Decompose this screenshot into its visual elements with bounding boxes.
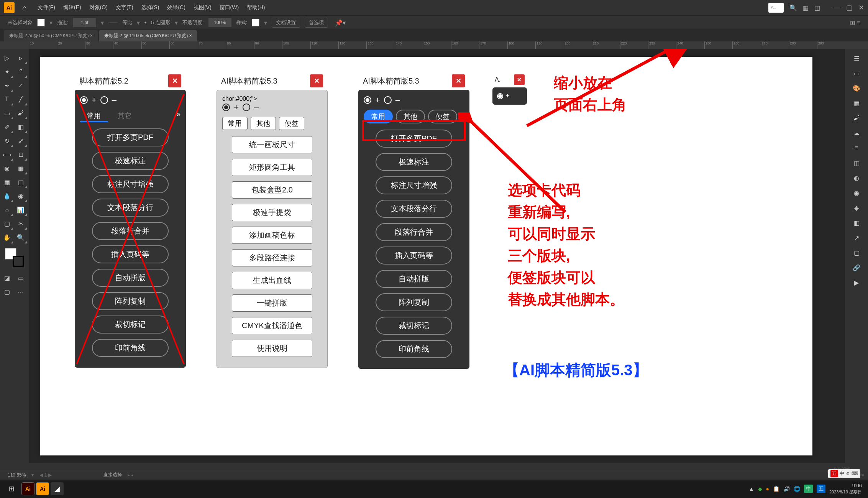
gradient-mode[interactable]: ▭ — [14, 271, 28, 285]
tab-close-icon[interactable]: × — [189, 33, 192, 38]
start-icon[interactable]: ⊞ — [3, 481, 20, 496]
brush-tool[interactable]: 🖌 — [14, 106, 28, 120]
app-task[interactable]: ◢ — [51, 482, 64, 495]
canvas[interactable]: 脚本精简版5.2 ✕ + – 常用 其它 » 打开多页PDF极速 — [29, 49, 845, 463]
script-button[interactable]: 文本段落分行 — [376, 200, 452, 218]
layers-icon[interactable]: ◧ — [848, 215, 865, 230]
top-search-mini[interactable]: A.. — [768, 3, 784, 13]
radio-on-icon[interactable] — [80, 96, 88, 104]
script-button[interactable]: 印前角线 — [376, 340, 452, 358]
doc-tab-2[interactable]: 未标题-2 @ 110.65 % (CMYK/CPU 预览) × — [99, 30, 197, 41]
script-button[interactable]: 标注尺寸增强 — [376, 176, 452, 194]
screen-mode[interactable]: ▢ — [0, 285, 14, 299]
volume-icon[interactable]: 🔊 — [783, 486, 790, 492]
menu-file[interactable]: 文件(F) — [34, 4, 58, 11]
eyedropper-tool[interactable]: 💧 — [0, 189, 14, 203]
tab-notes[interactable]: 便签 — [279, 117, 304, 130]
expand-icon[interactable]: » — [176, 110, 180, 122]
script-button[interactable]: 极速标注 — [376, 153, 452, 171]
script-button[interactable]: 段落行合并 — [376, 223, 452, 241]
lasso-tool[interactable]: ཀ — [14, 65, 28, 79]
script-button[interactable]: 标注尺寸增强 — [92, 175, 169, 193]
script-button[interactable]: 裁切标记 — [92, 316, 169, 334]
script-button[interactable]: 阵列复制 — [376, 293, 452, 311]
menu-help[interactable]: 帮助(H) — [244, 4, 268, 11]
swatches-icon[interactable]: ▦ — [848, 96, 865, 110]
artboard-tool[interactable]: ▢ — [0, 217, 14, 230]
script-button[interactable]: 矩形圆角工具 — [232, 159, 312, 176]
script-button[interactable]: 插入页码等 — [376, 247, 452, 265]
ime-tray[interactable]: 中 — [804, 485, 813, 493]
scale-tool[interactable]: ⤢ — [14, 134, 28, 148]
uniform-label[interactable]: 等比 — [122, 19, 132, 26]
script-button[interactable]: 生成出血线 — [232, 272, 312, 289]
fill-swatch[interactable] — [37, 19, 45, 26]
rectangle-tool[interactable]: ▭ — [0, 106, 14, 120]
home-icon[interactable]: ⌂ — [22, 3, 27, 12]
doc-setup-button[interactable]: 文档设置 — [272, 18, 300, 28]
script-button[interactable]: 裁切标记 — [376, 317, 452, 335]
properties-icon[interactable]: ☰ — [848, 51, 865, 66]
tab-close-icon[interactable]: × — [90, 33, 93, 38]
shape-builder-tool[interactable]: ◉ — [0, 161, 14, 175]
style-swatch[interactable] — [252, 19, 259, 26]
pin-icon[interactable]: 📌▾ — [335, 19, 346, 26]
slice-tool[interactable]: ✂ — [14, 217, 28, 230]
radio-off-icon[interactable] — [243, 104, 250, 111]
close-button[interactable]: ✕ — [168, 74, 181, 87]
eraser-tool[interactable]: ◧ — [14, 120, 28, 134]
ime-tray-2[interactable]: 五 — [817, 485, 825, 493]
menu-object[interactable]: 对象(O) — [86, 4, 111, 11]
doc-tab-1[interactable]: 未标题-2.ai @ 50 % (CMYK/CPU 预览) × — [4, 30, 98, 41]
script-button[interactable]: 自动拼版 — [92, 269, 169, 287]
script-button[interactable]: 极速手提袋 — [232, 204, 312, 221]
close-button[interactable]: ✕ — [310, 74, 323, 87]
color-mode[interactable]: ◪ — [0, 271, 14, 285]
appearance-icon[interactable]: ◉ — [848, 186, 865, 200]
shaper-tool[interactable]: ✐ — [0, 120, 14, 134]
script-button[interactable]: 多段路径连接 — [232, 249, 312, 266]
radio-on-icon[interactable] — [364, 96, 371, 104]
zoom-tool[interactable]: 🔍 — [14, 230, 28, 244]
tab-common[interactable]: 常用 — [222, 117, 248, 130]
script-button[interactable]: 阵列复制 — [92, 292, 169, 310]
opacity-input[interactable] — [208, 18, 231, 27]
tab-other[interactable]: 其他 — [251, 117, 276, 130]
script-button[interactable]: 统一画板尺寸 — [232, 136, 312, 153]
perspective-tool[interactable]: ▦ — [14, 161, 28, 175]
symbols-icon[interactable]: ☁ — [848, 126, 865, 140]
prefs-button[interactable]: 首选项 — [305, 18, 328, 28]
tab-common[interactable]: 常用 — [80, 110, 108, 122]
menu-type[interactable]: 文字(T) — [113, 4, 136, 11]
artboards-icon[interactable]: ▢ — [848, 245, 865, 260]
tray-icon[interactable]: ● — [766, 486, 769, 492]
stroke-icon[interactable]: ≡ — [848, 141, 865, 155]
mesh-tool[interactable]: ▦ — [0, 175, 14, 189]
menu-edit[interactable]: 编辑(E) — [60, 4, 84, 11]
close-button[interactable]: ✕ — [452, 74, 465, 87]
close-button[interactable]: ✕ — [514, 74, 525, 85]
layout-icon-2[interactable]: ◫ — [814, 4, 820, 12]
layout-icon[interactable]: ▦ — [803, 4, 809, 12]
search-icon[interactable]: 🔍 — [789, 4, 797, 12]
stroke-input[interactable] — [73, 18, 96, 27]
tray-icon[interactable]: ◆ — [758, 486, 762, 492]
zoom-level[interactable]: 110.65% — [8, 472, 26, 478]
width-tool[interactable]: ⟷ — [0, 148, 14, 161]
script-button[interactable]: 添加画稿色标 — [232, 227, 312, 244]
symbol-tool[interactable]: ☼ — [0, 203, 14, 217]
close-icon[interactable]: ✕ — [858, 3, 864, 12]
script-button[interactable]: 自动拼版 — [376, 270, 452, 288]
gradient-icon[interactable]: ◫ — [848, 156, 865, 170]
script-button[interactable]: CMYK查找潘通色 — [232, 317, 312, 334]
gradient-tool[interactable]: ◫ — [14, 175, 28, 189]
graphic-styles-icon[interactable]: ◈ — [848, 201, 865, 215]
menu-view[interactable]: 视图(V) — [190, 4, 215, 11]
network-icon[interactable]: 🌐 — [794, 486, 800, 492]
radio-off-icon[interactable] — [100, 96, 108, 104]
maximize-icon[interactable]: ▢ — [846, 3, 853, 12]
minimize-icon[interactable]: — — [834, 3, 840, 12]
free-transform-tool[interactable]: ⊡ — [14, 148, 28, 161]
script-button[interactable]: 极速标注 — [92, 152, 169, 170]
edit-toolbar[interactable]: ⋯ — [14, 285, 28, 299]
